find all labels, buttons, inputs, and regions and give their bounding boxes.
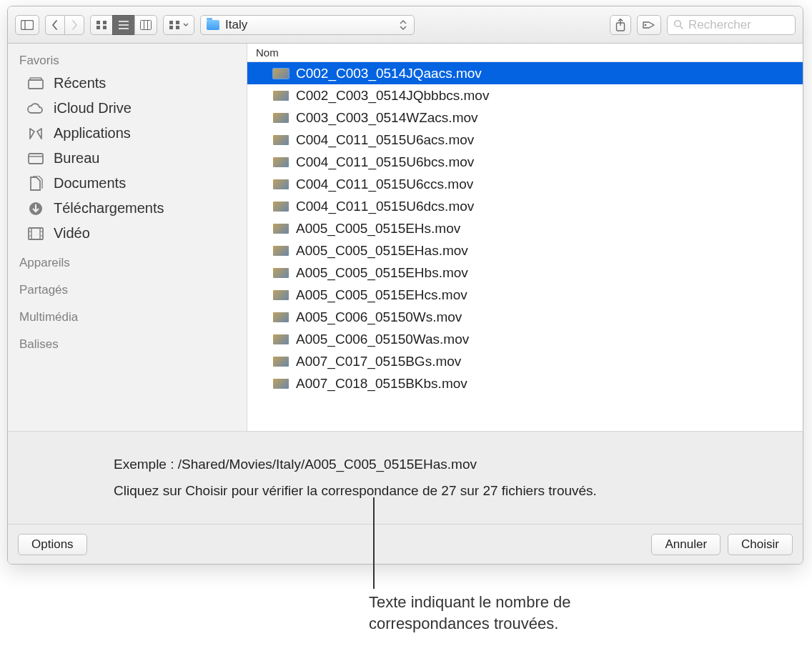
file-row[interactable]: A007_C017_0515BGs.mov [247, 350, 803, 372]
file-name: A007_C017_0515BGs.mov [296, 354, 461, 369]
svg-rect-3 [103, 21, 107, 24]
svg-point-18 [645, 24, 647, 26]
file-thumbnail-icon [273, 179, 289, 189]
sidebar-item-downloads[interactable]: Téléchargements [8, 196, 247, 221]
share-button[interactable] [610, 15, 631, 35]
file-thumbnail-icon [273, 69, 289, 79]
info-panel: Exemple : /Shared/Movies/Italy/A005_C005… [8, 431, 803, 524]
svg-rect-21 [29, 80, 43, 89]
file-row[interactable]: C004_C011_0515U6acs.mov [247, 129, 803, 151]
toolbar: Italy Rechercher [8, 6, 803, 44]
file-name: C002_C003_0514JQbbbcs.mov [296, 88, 489, 104]
sidebar-header-shared: Partagés [8, 279, 247, 300]
downloads-icon [26, 201, 45, 217]
video-icon [26, 226, 45, 242]
file-thumbnail-icon [273, 357, 289, 367]
file-thumbnail-icon [273, 113, 289, 123]
documents-icon [26, 176, 45, 192]
file-name: C004_C011_0515U6acs.mov [296, 132, 474, 148]
callout-text: Texte indiquant le nombre de corresponda… [369, 592, 655, 634]
file-row[interactable]: C004_C011_0515U6dcs.mov [247, 195, 803, 217]
view-mode-segment [90, 15, 157, 35]
finder-open-dialog: Italy Rechercher Favoris Récents [7, 6, 803, 565]
file-name: C004_C011_0515U6dcs.mov [296, 199, 474, 214]
bottom-bar: Options Annuler Choisir [8, 524, 803, 564]
svg-point-19 [675, 21, 681, 27]
desktop-icon [26, 151, 45, 167]
sidebar-item-recents[interactable]: Récents [8, 71, 247, 96]
column-header-name[interactable]: Nom [247, 44, 803, 62]
file-name: A005_C005_0515EHbs.mov [296, 265, 468, 281]
tags-button[interactable] [637, 15, 661, 35]
file-row[interactable]: C004_C011_0515U6ccs.mov [247, 173, 803, 195]
sidebar-item-label: Applications [54, 125, 131, 141]
file-thumbnail-icon [273, 157, 289, 167]
file-row[interactable]: A005_C005_0515EHbs.mov [247, 262, 803, 284]
svg-rect-22 [30, 78, 41, 80]
search-field[interactable]: Rechercher [667, 15, 796, 35]
sidebar-item-icloud[interactable]: iCloud Drive [8, 96, 247, 121]
file-name: A005_C005_0515EHas.mov [296, 243, 468, 259]
svg-rect-14 [169, 26, 173, 29]
file-row[interactable]: C002_C003_0514JQaacs.mov [247, 62, 803, 84]
file-row[interactable]: A005_C005_0515EHs.mov [247, 217, 803, 239]
svg-rect-9 [141, 20, 152, 29]
recents-icon [26, 76, 45, 91]
file-thumbnail-icon [273, 91, 289, 101]
sidebar-item-desktop[interactable]: Bureau [8, 146, 247, 171]
file-list: Nom C002_C003_0514JQaacs.movC002_C003_05… [247, 44, 803, 431]
file-thumbnail-icon [273, 379, 289, 389]
svg-line-20 [680, 26, 683, 29]
sidebar-item-label: iCloud Drive [54, 100, 132, 116]
file-row[interactable]: A007_C018_0515BKbs.mov [247, 372, 803, 394]
cancel-button[interactable]: Annuler [651, 534, 721, 555]
svg-rect-12 [169, 21, 173, 24]
back-button[interactable] [45, 15, 64, 35]
sidebar-item-label: Documents [54, 175, 126, 192]
sidebar-header-tags: Balises [8, 333, 247, 354]
view-list-button[interactable] [112, 15, 134, 35]
sidebar-item-video[interactable]: Vidéo [8, 221, 247, 246]
sidebar-toggle-button[interactable] [15, 15, 39, 35]
svg-rect-2 [96, 21, 100, 24]
file-row[interactable]: C003_C003_0514WZacs.mov [247, 106, 803, 129]
file-name: C003_C003_0514WZacs.mov [296, 110, 478, 126]
search-icon [673, 19, 684, 30]
file-row[interactable]: C002_C003_0514JQbbbcs.mov [247, 84, 803, 106]
sidebar-item-label: Téléchargements [54, 200, 164, 217]
svg-rect-4 [96, 26, 100, 29]
sidebar-item-documents[interactable]: Documents [8, 171, 247, 196]
dialog-body: Favoris Récents iCloud Drive Application… [8, 44, 803, 431]
options-button[interactable]: Options [18, 534, 87, 555]
sidebar-item-applications[interactable]: Applications [8, 121, 247, 146]
callout-line [373, 497, 375, 589]
cloud-icon [26, 101, 45, 116]
chevron-down-icon [183, 23, 189, 27]
file-row[interactable]: A005_C005_0515EHcs.mov [247, 284, 803, 306]
sidebar-item-label: Vidéo [54, 225, 90, 242]
file-name: C004_C011_0515U6ccs.mov [296, 177, 473, 192]
sidebar: Favoris Récents iCloud Drive Application… [8, 44, 247, 431]
file-row[interactable]: A005_C006_05150Ws.mov [247, 306, 803, 328]
file-thumbnail-icon [273, 312, 289, 322]
view-column-button[interactable] [134, 15, 157, 35]
sidebar-header-media: Multimédia [8, 306, 247, 327]
file-row[interactable]: A005_C006_05150Was.mov [247, 328, 803, 350]
forward-button[interactable] [64, 15, 84, 35]
file-name: A005_C005_0515EHcs.mov [296, 287, 467, 303]
svg-rect-0 [21, 20, 34, 29]
group-by-button[interactable] [163, 15, 194, 35]
sidebar-header-favorites: Favoris [8, 49, 247, 71]
file-row[interactable]: C004_C011_0515U6bcs.mov [247, 151, 803, 173]
file-name: A005_C006_05150Ws.mov [296, 309, 462, 325]
path-dropdown[interactable]: Italy [200, 15, 415, 35]
svg-rect-13 [176, 21, 179, 24]
file-thumbnail-icon [273, 268, 289, 278]
view-icon-button[interactable] [90, 15, 112, 35]
file-row[interactable]: A005_C005_0515EHas.mov [247, 239, 803, 262]
file-thumbnail-icon [273, 290, 289, 300]
applications-icon [26, 126, 45, 141]
svg-rect-15 [176, 26, 179, 29]
choose-button[interactable]: Choisir [728, 534, 793, 555]
example-path-text: Exemple : /Shared/Movies/Italy/A005_C005… [114, 454, 803, 475]
